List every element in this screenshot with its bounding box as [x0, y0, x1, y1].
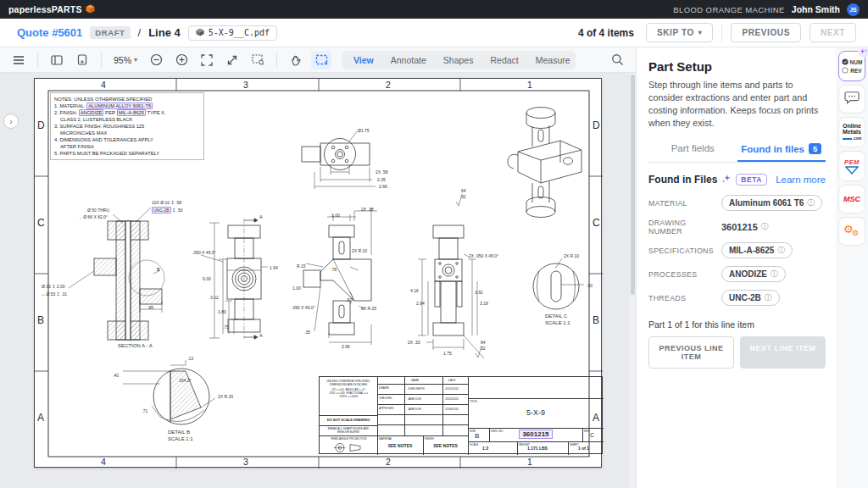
dim-label: .090 X 45.0°	[292, 305, 315, 310]
dim-label: .75	[223, 324, 229, 330]
tab-redact[interactable]: Redact	[481, 53, 526, 68]
dim-label: 32	[481, 346, 486, 351]
page-view-icon[interactable]	[72, 51, 92, 69]
field-value-chip[interactable]: Aluminum 6061 T6ⓘ	[721, 195, 822, 211]
info-icon[interactable]: ⓘ	[765, 292, 772, 303]
tab-part-fields[interactable]: Part fields	[648, 138, 737, 162]
part-setup-panel: Part Setup Step through line items and p…	[636, 47, 836, 488]
note-line: AFTER FINISH	[54, 143, 200, 150]
search-icon[interactable]	[607, 51, 627, 69]
previous-button[interactable]: PREVIOUS	[731, 23, 800, 42]
dim-label: 3.12	[210, 295, 219, 300]
breadcrumb-separator: /	[138, 26, 142, 39]
marquee-zoom-icon[interactable]	[248, 51, 268, 69]
dim-label: B	[157, 267, 160, 272]
tb-weight-value: 1.171 LBS	[527, 446, 548, 451]
tb-name-header: NAME	[411, 379, 419, 382]
tab-found-in-files[interactable]: Found in files 5	[737, 138, 826, 162]
dim-label: 8X R.25	[361, 306, 376, 311]
tb-title-label: TITLE	[470, 400, 477, 403]
tab-annotate[interactable]: Annotate	[382, 53, 435, 68]
dim-label: 2.66	[379, 184, 387, 189]
field-value-chip[interactable]: UNC-2Bⓘ	[721, 290, 780, 306]
online-metals-card[interactable]: Online Metals .com	[838, 117, 865, 147]
tb-approved-name: JANE DOE	[408, 408, 421, 411]
pem-card[interactable]: PEM	[838, 151, 865, 181]
info-icon[interactable]: ⓘ	[777, 245, 785, 256]
tb-date-header: DATE	[448, 379, 455, 382]
extraction-process[interactable]: ANODIZE	[79, 109, 104, 116]
dim-label: .35	[304, 330, 310, 335]
avatar[interactable]: JS	[847, 3, 860, 16]
msc-card[interactable]: MSC	[838, 185, 865, 214]
tab-measure[interactable]: Measure	[527, 53, 579, 68]
zoom-level-dropdown[interactable]: 95% ▾	[110, 53, 141, 67]
chat-widget-card[interactable]	[838, 85, 865, 114]
actual-size-icon[interactable]	[222, 51, 242, 69]
pdf-canvas: › 4 3 2 1 4 3 2 1 D C B A D C B A	[0, 73, 636, 488]
extraction-material[interactable]: ALUMINUM ALLOY 6061-T6	[86, 103, 153, 109]
expand-panel-chevron-button[interactable]: ›	[3, 114, 19, 129]
dim-label: .85	[147, 305, 153, 310]
skip-to-button[interactable]: SKIP TO ▾	[646, 23, 713, 42]
field-value-chip[interactable]: ANODIZEⓘ	[721, 266, 786, 282]
dim-label: SECTION A - A	[118, 343, 153, 348]
extraction-thread[interactable]: UNC-2B	[152, 207, 171, 214]
scrollbar-thumb[interactable]	[631, 75, 635, 295]
field-value-text: 3601215ⓘ	[721, 221, 769, 232]
tb-material-value: SEE NOTES	[377, 443, 423, 448]
sparkle-plus-icon: +	[858, 47, 868, 58]
dim-label: 2.35	[377, 177, 386, 182]
info-icon[interactable]: ⓘ	[771, 269, 778, 280]
note-line: 2. FINISH: ANODIZE PER MIL-A-8625 TYPE I…	[54, 109, 200, 116]
company-name: BLOOD ORANGE MACHINE	[673, 5, 785, 14]
dim-label: .050 X 45.0°	[192, 250, 216, 255]
msc-logo: MSC	[843, 195, 860, 203]
chevron-down-icon: ▾	[698, 29, 703, 36]
next-button[interactable]: NEXT	[810, 23, 856, 42]
beta-badge: BETA	[736, 174, 767, 186]
tab-view[interactable]: View	[345, 53, 382, 68]
info-icon[interactable]: ⓘ	[807, 197, 815, 208]
field-label: PROCESSES	[648, 270, 721, 279]
quote-link[interactable]: Quote #5601	[17, 26, 82, 39]
panel-description: Step through line items and parts to con…	[648, 79, 826, 130]
pan-hand-icon[interactable]	[286, 51, 306, 69]
field-value-chip[interactable]: MIL-A-8625ⓘ	[721, 242, 793, 258]
dim-label: Ø.50 THRU	[87, 208, 109, 213]
zoom-in-icon[interactable]	[171, 51, 192, 69]
svg-text:+: +	[865, 48, 867, 53]
info-icon[interactable]: ⓘ	[761, 221, 769, 232]
sparkle-icon	[721, 172, 732, 187]
field-label: DRAWING NUMBER	[648, 219, 721, 236]
file-chip[interactable]: 5-X-9__C.pdf	[188, 25, 277, 41]
rev-radio[interactable]: REV	[842, 67, 861, 74]
note-line: MICROINCHES MAX	[54, 130, 200, 136]
tb-finish-value: SEE NOTES	[423, 443, 468, 448]
dim-label: 2X .58	[376, 169, 387, 175]
dim-label: SCALE 1:1	[545, 320, 570, 325]
dim-label: 32	[461, 194, 466, 199]
brand-logo[interactable]: paperlessPARTS	[8, 4, 95, 15]
zoom-out-icon[interactable]	[146, 51, 166, 69]
tb-break-edges: BREAK ALL SHARP EDGES AND REMOVE BURRS	[323, 427, 374, 434]
menu-icon[interactable]	[8, 51, 29, 69]
extraction-spec[interactable]: MIL-A-8625	[117, 109, 146, 116]
previous-line-item-button[interactable]: PREVIOUS LINE ITEM	[648, 336, 734, 369]
next-line-item-button[interactable]: NEXT LINE ITEM	[740, 336, 826, 369]
num-radio[interactable]: NUM	[842, 58, 863, 65]
brand-name: paperlessPARTS	[8, 4, 82, 14]
tb-drawn-name: JOHN SMITH	[408, 387, 424, 391]
dim-label: 64	[461, 188, 466, 193]
crop-select-tool-icon[interactable]	[311, 51, 331, 69]
learn-more-link[interactable]: Learn more	[776, 175, 826, 185]
fit-screen-icon[interactable]	[197, 51, 217, 69]
thumbnails-panel-icon[interactable]	[47, 51, 67, 69]
tab-shapes[interactable]: Shapes	[435, 53, 482, 68]
tb-checked: CHECKED	[379, 396, 392, 400]
num-rev-toggle-card[interactable]: + NUM REV	[838, 51, 865, 81]
chat-bubble-icon	[844, 91, 860, 108]
extraction-drawing-number[interactable]: 3601215	[519, 430, 552, 439]
settings-card[interactable]: ⚙⚙	[838, 217, 865, 246]
dim-label: 6.00	[203, 276, 211, 281]
